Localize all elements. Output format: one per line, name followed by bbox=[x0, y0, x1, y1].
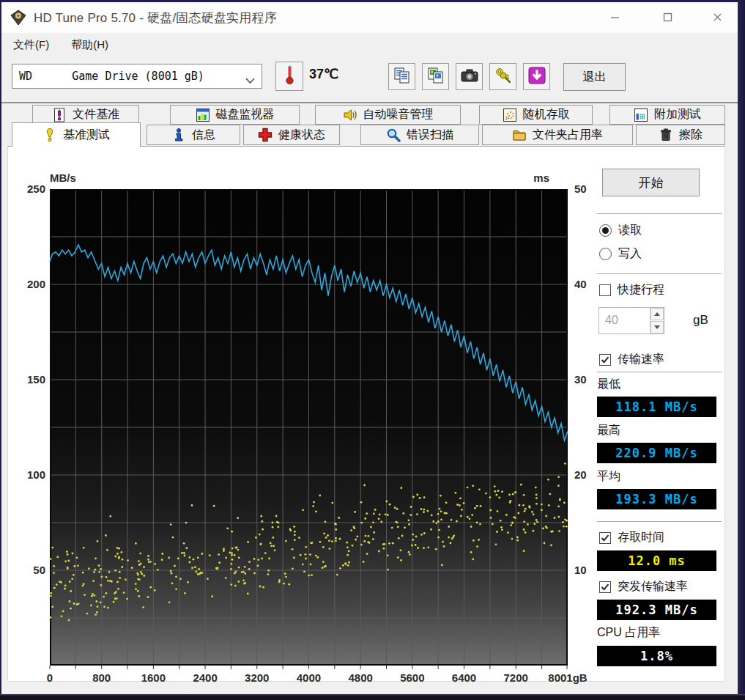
temperature-value: 37℃ bbox=[309, 66, 338, 82]
tab-label: 自动噪音管理 bbox=[363, 107, 434, 122]
tab-row2-5[interactable]: 擦除 bbox=[636, 125, 725, 145]
tab-label: 基准测试 bbox=[63, 128, 110, 143]
arrow-down-icon bbox=[654, 325, 660, 329]
folder-icon bbox=[512, 128, 527, 142]
maximize-icon bbox=[662, 12, 673, 26]
drive-select-value: WD Game Drive (8001 gB) bbox=[12, 70, 204, 83]
access-time-option[interactable]: 存取时间 bbox=[599, 530, 664, 545]
keys-icon bbox=[494, 66, 513, 88]
tab-label: 健康状态 bbox=[278, 128, 325, 143]
short-stroke-checkbox[interactable] bbox=[599, 284, 611, 296]
start-button[interactable]: 开始 bbox=[602, 169, 700, 196]
x-tick-label: 5600 bbox=[383, 671, 442, 685]
erase-icon bbox=[659, 128, 673, 142]
drive-select[interactable]: WD Game Drive (8001 gB) bbox=[12, 64, 262, 89]
burst-rate-option[interactable]: 突发传输速率 bbox=[599, 579, 688, 594]
minimize-icon bbox=[609, 12, 620, 26]
window-border bbox=[0, 0, 745, 2]
x-tick-label: 2400 bbox=[176, 671, 234, 685]
y-left-unit-label: MB/s bbox=[50, 172, 94, 185]
burst-rate-checkbox[interactable] bbox=[599, 581, 611, 593]
tab-row1-4[interactable]: 附加测试 bbox=[609, 105, 725, 125]
max-label: 最高 bbox=[597, 423, 620, 438]
x-tick-label: 800 bbox=[73, 671, 131, 685]
maximize-button[interactable] bbox=[652, 7, 683, 30]
toolbar: WD Game Drive (8001 gB) 37℃ 退出 bbox=[1, 56, 738, 102]
y-left-tick-label: 150 bbox=[18, 373, 45, 386]
hdtune-window: HD Tune Pro 5.70 - 硬盘/固态硬盘实用程序 文件(F)帮助(H… bbox=[0, 0, 745, 694]
stepper-up-button[interactable] bbox=[651, 308, 664, 320]
read-radio[interactable] bbox=[599, 224, 612, 237]
benchmark-chart: 2502001501005050403020100800160024003200… bbox=[50, 189, 568, 666]
burst-rate-display: 192.3 MB/s bbox=[597, 600, 716, 620]
min-label: 最低 bbox=[597, 377, 620, 392]
scan-icon bbox=[386, 128, 401, 142]
random-dots-icon bbox=[503, 108, 517, 122]
copy-text-icon bbox=[393, 66, 412, 88]
y-right-tick-label: 50 bbox=[574, 183, 604, 196]
menubar: 文件(F)帮助(H) bbox=[1, 33, 738, 56]
short-stroke-unit: gB bbox=[693, 313, 708, 328]
tab-row1-0[interactable]: 文件基准 bbox=[32, 105, 139, 125]
screenshot-button[interactable] bbox=[456, 63, 483, 90]
desktop-strip bbox=[0, 694, 745, 700]
x-tick-label: 1600 bbox=[124, 671, 182, 685]
x-tick-label: 7200 bbox=[486, 671, 545, 685]
tab-row2-4[interactable]: 文件夹占用率 bbox=[482, 125, 633, 145]
tab-label: 文件夹占用率 bbox=[533, 128, 603, 143]
avg-value-display: 193.3 MB/s bbox=[597, 489, 716, 509]
tab-row2-1[interactable]: 信息 bbox=[147, 125, 240, 145]
speaker-icon bbox=[343, 108, 357, 122]
info-icon bbox=[171, 128, 186, 142]
copy-image-icon bbox=[426, 66, 445, 88]
transfer-rate-label: 传输速率 bbox=[618, 352, 664, 367]
tab-row1-1[interactable]: 磁盘监视器 bbox=[170, 105, 300, 125]
menu-item-file[interactable]: 文件(F) bbox=[3, 34, 59, 56]
access-time-checkbox[interactable] bbox=[599, 532, 611, 544]
copy-text-button[interactable] bbox=[388, 63, 415, 90]
extra-tests-icon bbox=[634, 108, 648, 122]
tab-row2-0[interactable]: 基准测试 bbox=[12, 122, 141, 147]
divider bbox=[597, 273, 722, 274]
close-button[interactable] bbox=[702, 7, 733, 30]
y-left-tick-label: 100 bbox=[18, 468, 45, 482]
transfer-rate-checkbox[interactable] bbox=[599, 354, 611, 366]
read-option[interactable]: 读取 bbox=[599, 223, 642, 238]
tab-row2-3[interactable]: 错误扫描 bbox=[360, 125, 479, 145]
menu-item-help[interactable]: 帮助(H) bbox=[61, 34, 119, 56]
keys-button[interactable] bbox=[489, 63, 516, 90]
copy-image-button[interactable] bbox=[422, 63, 449, 90]
stepper-buttons bbox=[650, 308, 664, 334]
tabs-area: 文件基准磁盘监视器自动噪音管理随机存取附加测试基准测试信息健康状态错误扫描文件夹… bbox=[1, 103, 738, 146]
burst-rate-label: 突发传输速率 bbox=[618, 579, 688, 594]
avg-label: 平均 bbox=[597, 469, 620, 485]
read-radio-label: 读取 bbox=[618, 223, 642, 238]
save-download-button[interactable] bbox=[523, 63, 550, 90]
transfer-rate-option[interactable]: 传输速率 bbox=[599, 352, 664, 367]
write-option[interactable]: 写入 bbox=[599, 246, 642, 262]
temperature-button[interactable] bbox=[275, 62, 303, 91]
x-tick-label: 6400 bbox=[435, 671, 494, 685]
y-left-tick-label: 50 bbox=[18, 564, 45, 577]
screen: HD Tune Pro 5.70 - 硬盘/固态硬盘实用程序 文件(F)帮助(H… bbox=[0, 0, 745, 700]
window-border bbox=[738, 0, 745, 694]
exit-button[interactable]: 退出 bbox=[563, 63, 626, 91]
stepper-down-button[interactable] bbox=[651, 321, 664, 334]
tab-label: 文件基准 bbox=[73, 107, 119, 122]
x-tick-label: 3200 bbox=[228, 671, 286, 685]
short-stroke-label: 快捷行程 bbox=[618, 282, 664, 298]
thermometer-icon bbox=[285, 65, 294, 88]
short-stroke-size-stepper[interactable]: 40 bbox=[598, 307, 664, 334]
exclaim-doc-icon bbox=[52, 108, 67, 122]
x-tick-label: 0 bbox=[21, 671, 79, 685]
tab-row1-2[interactable]: 自动噪音管理 bbox=[315, 105, 461, 125]
x-tick-label: 4800 bbox=[331, 671, 390, 685]
write-radio[interactable] bbox=[599, 248, 612, 260]
minimize-button[interactable] bbox=[599, 7, 630, 30]
tab-label: 随机存取 bbox=[523, 107, 570, 122]
y-right-unit-label: ms bbox=[505, 172, 549, 185]
tab-row1-3[interactable]: 随机存取 bbox=[479, 105, 593, 125]
short-stroke-option[interactable]: 快捷行程 bbox=[599, 282, 664, 298]
tab-row2-2[interactable]: 健康状态 bbox=[243, 125, 340, 145]
app-logo-icon bbox=[10, 10, 26, 26]
